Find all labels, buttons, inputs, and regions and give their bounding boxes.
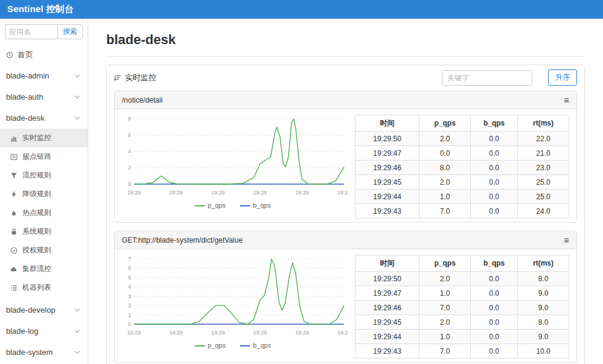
sidebar-item-集群流控[interactable]: 集群流控 bbox=[0, 260, 88, 278]
sidebar-item-降级规则[interactable]: 降级规则 bbox=[0, 185, 88, 203]
svg-text:6: 6 bbox=[128, 265, 131, 271]
table-cell: 19:29:44 bbox=[356, 330, 420, 344]
chart-area: 0123456719:2919:2919:2919:2919:2919:29p_… bbox=[118, 254, 348, 349]
svg-text:19:29: 19:29 bbox=[295, 190, 309, 196]
sidebar-item-流控规则[interactable]: 流控规则 bbox=[0, 166, 88, 185]
table-cell: 8.0 bbox=[518, 315, 569, 330]
svg-text:19:29: 19:29 bbox=[295, 330, 309, 336]
table-cell: 19:29:47 bbox=[356, 146, 420, 161]
sidebar-item-label: 系统规则 bbox=[22, 226, 51, 237]
table-cell: 19:29:45 bbox=[356, 175, 420, 190]
chevron-down-icon bbox=[75, 349, 80, 354]
app-title: Sentinel 控制台 bbox=[7, 4, 74, 15]
sidebar: 搜索 首页 blade-adminblade-authblade-desk实时监… bbox=[0, 19, 88, 364]
sidebar-group-label: blade-auth bbox=[6, 92, 43, 101]
table-cell: 0.0 bbox=[471, 301, 518, 315]
chevron-down-icon bbox=[75, 72, 80, 77]
table-cell: 0.0 bbox=[471, 146, 518, 161]
table-area: 时间p_qpsb_qpsrt(ms)19:29:502.00.022.019:2… bbox=[348, 114, 573, 219]
sidebar-item-系统规则[interactable]: 系统规则 bbox=[0, 222, 88, 241]
table-row: 19:29:502.00.08.0 bbox=[356, 272, 569, 286]
sidebar-item-label: 簇点链路 bbox=[22, 152, 51, 162]
sidebar-submenu-blade-desk: 实时监控簇点链路流控规则降级规则热点规则系统规则授权规则集群流控机器列表 bbox=[0, 129, 88, 299]
sidebar-group-blade-system[interactable]: blade-system bbox=[0, 342, 88, 363]
stats-table: 时间p_qpsb_qpsrt(ms)19:29:502.00.08.019:29… bbox=[355, 255, 569, 359]
column-header: 时间 bbox=[356, 255, 420, 272]
sidebar-item-home[interactable]: 首页 bbox=[0, 44, 88, 65]
monitor-panel-title-wrap: 实时监控 bbox=[114, 72, 156, 83]
table-cell: 24.0 bbox=[518, 204, 569, 219]
sidebar-item-home-label: 首页 bbox=[18, 49, 33, 60]
table-cell: 2.0 bbox=[420, 315, 471, 330]
legend-item-p_qps: p_qps bbox=[195, 202, 226, 209]
home-icon bbox=[6, 51, 13, 59]
svg-text:2: 2 bbox=[128, 165, 131, 171]
chart-legend: p_qpsb_qps bbox=[195, 202, 271, 209]
menu-icon[interactable]: ≡ bbox=[564, 95, 569, 104]
column-header: rt(ms) bbox=[518, 115, 569, 132]
svg-text:0: 0 bbox=[128, 181, 131, 187]
legend-swatch bbox=[240, 345, 250, 346]
table-cell: 0.0 bbox=[471, 286, 518, 301]
sidebar-item-label: 流控规则 bbox=[22, 170, 51, 180]
app-search-input[interactable] bbox=[5, 24, 57, 39]
sidebar-group-blade-log[interactable]: blade-log bbox=[0, 321, 88, 342]
table-cell: 22.0 bbox=[518, 132, 569, 146]
resource-card: /notice/detail≡0246819:2919:2919:2919:29… bbox=[114, 91, 577, 223]
sidebar-item-热点规则[interactable]: 热点规则 bbox=[0, 203, 88, 222]
qps-line-chart: 0123456719:2919:2919:2919:2919:2919:29 bbox=[118, 254, 348, 340]
menu-icon[interactable]: ≡ bbox=[564, 235, 569, 244]
sort-ascending-button[interactable]: 升序 bbox=[548, 69, 577, 86]
sidebar-item-簇点链路[interactable]: 簇点链路 bbox=[0, 147, 88, 166]
sidebar-item-实时监控[interactable]: 实时监控 bbox=[0, 129, 88, 147]
table-cell: 0.0 bbox=[471, 272, 518, 286]
title-divider bbox=[106, 56, 585, 57]
resource-card-header: GET:http://blade-system/dict/getValue≡ bbox=[115, 231, 576, 249]
monitor-panel-actions: 升序 bbox=[442, 69, 577, 86]
sidebar-group-blade-desk[interactable]: blade-desk bbox=[0, 107, 88, 129]
chevron-down-icon bbox=[75, 115, 80, 120]
table-cell: 2.0 bbox=[420, 132, 471, 146]
search-button[interactable]: 搜索 bbox=[57, 24, 83, 39]
svg-text:19:29: 19:29 bbox=[254, 330, 267, 336]
svg-text:8: 8 bbox=[128, 116, 131, 122]
table-cell: 10.0 bbox=[518, 344, 569, 359]
svg-text:4: 4 bbox=[128, 284, 131, 290]
sidebar-group-blade-develop[interactable]: blade-develop bbox=[0, 299, 88, 321]
table-cell: 19:29:43 bbox=[356, 204, 420, 219]
table-cell: 0.0 bbox=[471, 344, 518, 359]
legend-label: b_qps bbox=[253, 202, 271, 209]
svg-text:1: 1 bbox=[128, 312, 131, 318]
svg-text:19:29: 19:29 bbox=[127, 330, 141, 336]
chart-legend: p_qpsb_qps bbox=[195, 342, 271, 349]
stats-table: 时间p_qpsb_qpsrt(ms)19:29:502.00.022.019:2… bbox=[355, 115, 569, 219]
resource-title: GET:http://blade-system/dict/getValue bbox=[122, 236, 243, 244]
table-cell: 19:29:45 bbox=[356, 315, 420, 330]
resource-card-list: /notice/detail≡0246819:2919:2919:2919:29… bbox=[114, 91, 577, 363]
sidebar-item-label: 机器列表 bbox=[22, 283, 51, 293]
list-icon bbox=[10, 284, 18, 292]
svg-text:3: 3 bbox=[128, 293, 131, 299]
table-row: 19:29:452.00.08.0 bbox=[356, 315, 569, 330]
sidebar-item-机器列表[interactable]: 机器列表 bbox=[0, 278, 88, 297]
keyword-input[interactable] bbox=[442, 70, 532, 86]
sidebar-group-blade-auth[interactable]: blade-auth bbox=[0, 86, 88, 107]
table-cell: 25.0 bbox=[518, 175, 569, 190]
table-cell: 7.0 bbox=[420, 301, 471, 315]
table-cell: 0.0 bbox=[471, 175, 518, 190]
legend-label: b_qps bbox=[253, 342, 271, 349]
resource-card: GET:http://blade-system/dict/getValue≡01… bbox=[114, 231, 577, 363]
lock-icon bbox=[10, 228, 18, 235]
table-cell: 19:29:44 bbox=[356, 190, 420, 204]
bar-chart-icon bbox=[10, 135, 18, 142]
sidebar-item-授权规则[interactable]: 授权规则 bbox=[0, 241, 88, 260]
column-header: b_qps bbox=[471, 115, 518, 132]
table-row: 19:29:441.00.025.0 bbox=[356, 190, 569, 204]
table-header-row: 时间p_qpsb_qpsrt(ms) bbox=[356, 255, 569, 272]
sidebar-item-label: 热点规则 bbox=[22, 208, 51, 218]
svg-text:2: 2 bbox=[128, 302, 131, 308]
chevron-down-icon bbox=[75, 307, 80, 311]
sidebar-group-blade-admin[interactable]: blade-admin bbox=[0, 65, 88, 86]
sidebar-group-label: blade-system bbox=[6, 348, 53, 357]
svg-text:5: 5 bbox=[128, 275, 131, 281]
